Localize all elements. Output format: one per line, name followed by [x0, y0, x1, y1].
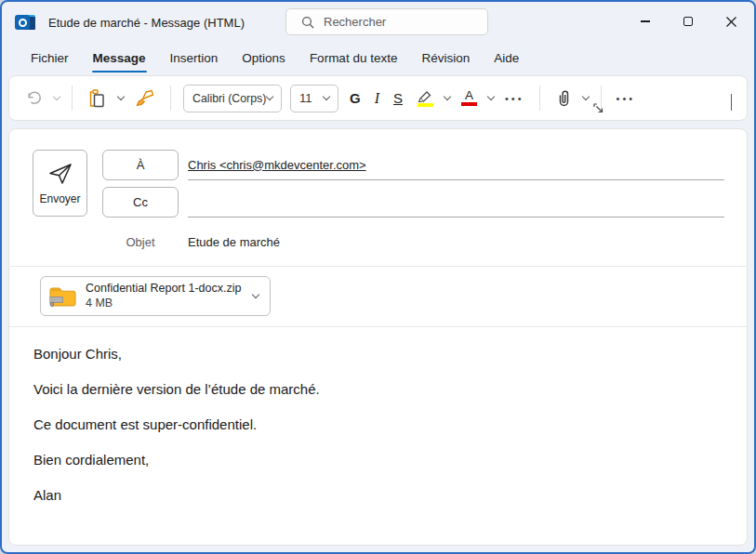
cc-field[interactable] — [188, 187, 724, 218]
attachments-area: Confidential Report 1-docx.zip 4 MB — [9, 267, 747, 326]
body-paragraph: Bien cordialement, — [33, 451, 723, 468]
font-size-value: 11 — [299, 91, 312, 105]
ribbon-tabs: Fichier Message Insertion Options Format… — [2, 43, 754, 73]
divider — [72, 86, 73, 111]
format-painter-button[interactable] — [132, 86, 158, 111]
recipient-chip[interactable]: Chris <chris@mkdevcenter.com> — [188, 158, 366, 172]
send-button[interactable]: Envoyer — [33, 150, 87, 217]
font-color-swatch — [461, 102, 477, 106]
tab-format-du-texte[interactable]: Format du texte — [298, 45, 410, 72]
body-paragraph: Ce document est super-confidentiel. — [33, 416, 723, 433]
undo-icon — [25, 89, 43, 107]
close-icon — [726, 17, 736, 27]
search-icon — [301, 16, 314, 29]
dialog-launcher-button[interactable] — [593, 100, 603, 117]
to-row: À Chris <chris@mkdevcenter.com> — [102, 150, 724, 180]
search-box[interactable]: Rechercher — [285, 8, 488, 35]
maximize-icon — [683, 17, 693, 26]
to-button[interactable]: À — [102, 150, 179, 180]
close-button[interactable] — [710, 2, 752, 41]
highlight-dropdown-chevron-icon[interactable] — [444, 93, 451, 100]
ellipsis-icon: ••• — [617, 93, 636, 104]
paste-button[interactable] — [85, 86, 110, 112]
attachment-name: Confidential Report 1-docx.zip — [86, 282, 241, 297]
font-color-letter: A — [465, 90, 473, 101]
outlook-app-icon — [15, 12, 37, 33]
body-paragraph: Voici la dernière version de l’étude de … — [33, 380, 723, 398]
attachment-size: 4 MB — [86, 297, 241, 311]
font-size-select[interactable]: 11 — [290, 85, 338, 112]
attach-file-button[interactable] — [552, 86, 575, 111]
paper-plane-icon — [47, 162, 73, 186]
tab-options[interactable]: Options — [230, 45, 298, 72]
window-controls — [624, 2, 752, 41]
window-title: Etude de marché - Message (HTML) — [48, 16, 245, 30]
format-painter-icon — [135, 89, 155, 108]
divider — [539, 86, 540, 111]
chevron-down-icon — [323, 93, 330, 100]
underline-button[interactable]: S — [391, 87, 405, 109]
tab-message[interactable]: Message — [81, 45, 158, 72]
highlight-color-swatch — [418, 103, 433, 107]
paste-icon — [87, 88, 107, 109]
cc-row: Cc — [102, 187, 724, 218]
title-bar: Etude de marché - Message (HTML) Recherc… — [2, 2, 754, 43]
divider — [170, 86, 171, 111]
font-color-dropdown-chevron-icon[interactable] — [487, 93, 495, 100]
bold-button[interactable]: G — [347, 87, 364, 109]
to-field[interactable]: Chris <chris@mkdevcenter.com> — [188, 150, 724, 180]
attach-dropdown-chevron-icon[interactable] — [581, 93, 589, 100]
undo-button[interactable] — [22, 86, 46, 110]
tab-insertion[interactable]: Insertion — [158, 45, 231, 72]
paste-dropdown-chevron-icon[interactable] — [117, 93, 125, 100]
search-placeholder: Rechercher — [324, 15, 386, 29]
body-paragraph: Alan — [33, 486, 723, 504]
ellipsis-icon: ••• — [505, 93, 524, 104]
minimize-icon — [641, 20, 650, 21]
font-name-value: Calibri (Corps) — [192, 92, 266, 105]
undo-dropdown-chevron-icon[interactable] — [53, 93, 60, 100]
font-name-select[interactable]: Calibri (Corps) — [183, 85, 282, 112]
outlook-message-window: Etude de marché - Message (HTML) Recherc… — [0, 0, 756, 554]
collapse-ribbon-button[interactable] — [731, 94, 732, 111]
compose-area: Envoyer À Chris <chris@mkdevcenter.com> … — [8, 128, 748, 546]
tab-fichier[interactable]: Fichier — [19, 45, 81, 72]
zip-folder-icon — [48, 284, 77, 309]
paperclip-icon — [555, 88, 572, 108]
message-body[interactable]: Bonjour Chris, Voici la dernière version… — [9, 327, 747, 539]
minimize-button[interactable] — [624, 2, 667, 41]
subject-row: Objet Etude de marché — [102, 229, 724, 255]
subject-label: Objet — [102, 235, 179, 249]
font-color-button[interactable]: A — [458, 87, 480, 109]
italic-button[interactable]: I — [372, 87, 382, 110]
dialog-launcher-icon — [593, 103, 603, 113]
chevron-down-icon — [731, 94, 732, 111]
send-label: Envoyer — [39, 192, 80, 205]
highlight-color-button[interactable] — [414, 87, 436, 110]
ribbon-toolbar: Calibri (Corps) 11 G I S A — [8, 75, 748, 121]
cc-button[interactable]: Cc — [102, 187, 179, 218]
more-commands-button[interactable]: ••• — [614, 90, 639, 107]
body-paragraph: Bonjour Chris, — [33, 345, 723, 363]
attachment-chip[interactable]: Confidential Report 1-docx.zip 4 MB — [40, 276, 271, 316]
highlighter-icon — [417, 90, 433, 102]
address-fields: Envoyer À Chris <chris@mkdevcenter.com> … — [9, 129, 747, 266]
subject-field[interactable]: Etude de marché — [188, 235, 280, 249]
tab-revision[interactable]: Révision — [409, 45, 482, 72]
tab-aide[interactable]: Aide — [482, 45, 531, 72]
maximize-button[interactable] — [667, 2, 710, 41]
attachment-dropdown-chevron-icon[interactable] — [252, 291, 259, 298]
more-formatting-button[interactable]: ••• — [502, 90, 527, 107]
chevron-down-icon — [266, 93, 273, 100]
